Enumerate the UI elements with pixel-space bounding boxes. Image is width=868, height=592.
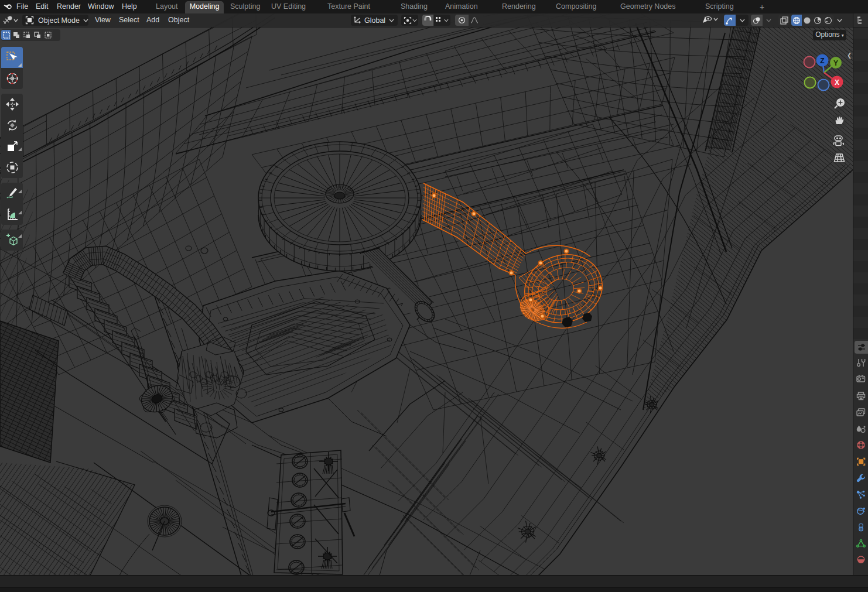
svg-text:X: X (835, 78, 839, 87)
svg-text:Y: Y (833, 59, 838, 67)
svg-text:Z: Z (820, 57, 824, 65)
